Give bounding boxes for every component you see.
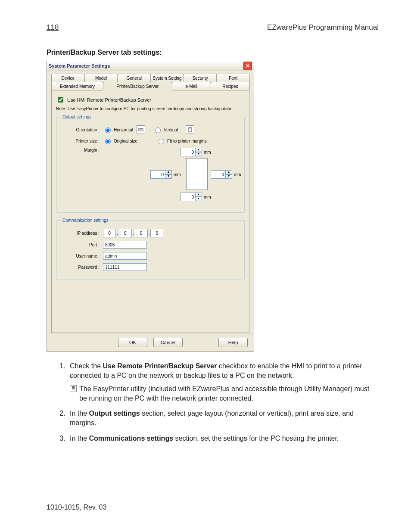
dialog-titlebar: System Parameter Settings ✕: [47, 61, 254, 71]
tab-extended-memory[interactable]: Extended Memory: [51, 82, 103, 90]
tab-recipes[interactable]: Recipes: [211, 82, 250, 90]
landscape-icon: [137, 125, 145, 134]
margin-left-input[interactable]: [150, 170, 165, 179]
orientation-vertical-radio[interactable]: Vertical: [153, 126, 178, 133]
tab-printer-backup-server[interactable]: Printer/Backup Server: [103, 82, 172, 90]
tab-font[interactable]: Font: [216, 74, 250, 82]
port-label: Port :: [61, 243, 103, 247]
orientation-horizontal-radio[interactable]: Horizontal: [103, 126, 133, 133]
use-remote-printer-checkbox[interactable]: Use HMI Remote Printer/Backup Server: [56, 96, 245, 104]
instruction-3: In the Communications settings section, …: [67, 434, 379, 443]
tab-email[interactable]: e-Mail: [172, 82, 211, 90]
spin-down-icon[interactable]: ▼: [195, 152, 202, 156]
spin-up-icon[interactable]: ▲: [165, 170, 172, 174]
spin-up-icon[interactable]: ▲: [195, 148, 202, 152]
margin-top-input[interactable]: [181, 148, 196, 156]
instruction-1-note: The EasyPrinter utility (included with E…: [79, 384, 379, 403]
password-field[interactable]: [103, 263, 147, 271]
page-number: 118: [47, 23, 59, 32]
communication-settings-legend: Communication settings: [61, 218, 110, 223]
margin-right-input[interactable]: [211, 170, 226, 179]
svg-rect-0: [139, 128, 143, 131]
note-icon: ≣: [70, 385, 77, 392]
ok-button[interactable]: OK: [118, 338, 147, 347]
header-rule: [47, 33, 379, 33]
printer-size-fit-radio[interactable]: Fit to printer margins: [156, 137, 207, 144]
easyprinter-note: Note: Use EasyPrinter to configure PC fo…: [56, 106, 245, 111]
spin-up-icon[interactable]: ▲: [225, 170, 232, 174]
margin-right-stepper[interactable]: ▲▼: [211, 170, 232, 179]
ip-octet-3[interactable]: [135, 229, 148, 237]
tab-general[interactable]: General: [117, 74, 151, 82]
tab-device[interactable]: Device: [51, 74, 85, 82]
printer-size-original-radio[interactable]: Original size: [103, 137, 137, 144]
margin-bottom-input[interactable]: [181, 193, 196, 201]
margin-label: Margin :: [61, 148, 103, 152]
section-title: Printer/Backup Server tab settings:: [47, 49, 379, 56]
portrait-icon: [186, 125, 194, 134]
ip-address-label: IP address :: [61, 231, 103, 236]
system-parameter-dialog: System Parameter Settings ✕ Device Model…: [47, 61, 254, 352]
orientation-label: Orientation :: [61, 128, 103, 132]
footer-revision: 1010-1015, Rev. 03: [47, 504, 106, 511]
spin-up-icon[interactable]: ▲: [195, 193, 202, 197]
help-button[interactable]: Help: [218, 338, 248, 347]
use-remote-printer-input[interactable]: [58, 97, 63, 103]
communication-settings-group: Communication settings IP address : . . …: [56, 218, 245, 280]
instruction-2: In the Output settings section, select p…: [67, 409, 379, 427]
close-icon[interactable]: ✕: [243, 62, 252, 70]
spin-down-icon[interactable]: ▼: [225, 174, 232, 179]
tab-model[interactable]: Model: [84, 74, 118, 82]
spin-down-icon[interactable]: ▼: [195, 197, 202, 201]
instructions: Check the Use Remote Printer/Backup Serv…: [47, 361, 379, 443]
margin-top-stepper[interactable]: ▲▼: [181, 148, 202, 156]
username-field[interactable]: [103, 252, 147, 260]
ip-address-field[interactable]: . . .: [103, 229, 163, 237]
dialog-title: System Parameter Settings: [49, 63, 243, 68]
cancel-button[interactable]: Cancel: [153, 338, 183, 347]
margin-left-stepper[interactable]: ▲▼: [150, 170, 172, 179]
username-label: User name :: [61, 254, 103, 258]
instruction-1: Check the Use Remote Printer/Backup Serv…: [67, 361, 379, 403]
ip-octet-4[interactable]: [150, 229, 163, 237]
doc-title: EZwarePlus Programming Manual: [267, 23, 379, 32]
output-settings-legend: Output settings: [61, 115, 93, 119]
tab-security[interactable]: Security: [184, 74, 217, 82]
tab-panel: Use HMI Remote Printer/Backup Server Not…: [51, 90, 249, 333]
tab-system-setting[interactable]: System Setting: [150, 74, 184, 82]
ip-octet-1[interactable]: [103, 229, 116, 237]
use-remote-printer-label: Use HMI Remote Printer/Backup Server: [67, 97, 151, 103]
margin-bottom-stepper[interactable]: ▲▼: [181, 193, 202, 201]
margin-preview: [186, 158, 208, 190]
port-field[interactable]: [103, 241, 147, 249]
password-label: Password :: [61, 265, 103, 270]
output-settings-group: Output settings Orientation : Horizontal…: [56, 115, 245, 213]
printer-size-label: Printer size :: [61, 139, 103, 143]
spin-down-icon[interactable]: ▼: [165, 174, 172, 179]
ip-octet-2[interactable]: [119, 229, 132, 237]
